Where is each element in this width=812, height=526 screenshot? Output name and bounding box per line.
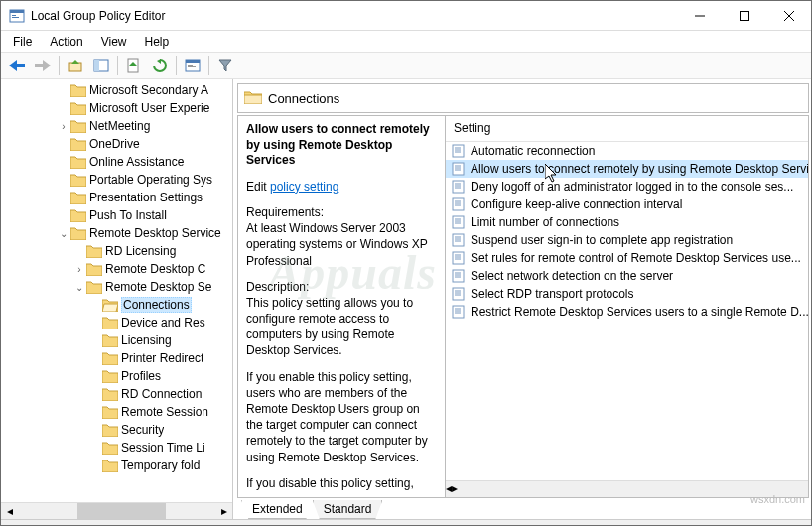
list-item[interactable]: Suspend user sign-in to complete app reg… — [446, 231, 808, 249]
policy-icon — [452, 197, 466, 211]
tree-item[interactable]: Connections — [3, 296, 232, 314]
scroll-right-icon[interactable]: ▸ — [215, 503, 232, 519]
list-item[interactable]: Select network detection on the server — [446, 267, 808, 285]
list-item[interactable]: Limit number of connections — [446, 213, 808, 231]
tree-item[interactable]: Online Assistance — [3, 153, 232, 171]
titlebar[interactable]: Local Group Policy Editor — [1, 1, 812, 31]
tree-item[interactable]: Profiles — [3, 367, 232, 385]
forward-button[interactable] — [31, 54, 55, 77]
list-item[interactable]: Restrict Remote Desktop Services users t… — [446, 303, 808, 321]
svg-marker-22 — [70, 85, 86, 97]
tree-item[interactable]: Microsoft Secondary A — [3, 81, 232, 99]
list-item[interactable]: Automatic reconnection — [446, 142, 808, 160]
tree-item[interactable]: OneDrive — [3, 135, 232, 153]
export-button[interactable] — [122, 54, 146, 77]
tree-item-label: Microsoft User Experie — [89, 101, 209, 115]
tree-hscrollbar[interactable]: ◂ ▸ — [1, 502, 232, 519]
scroll-right-icon[interactable]: ▸ — [452, 481, 458, 497]
svg-rect-59 — [453, 198, 464, 210]
svg-marker-37 — [102, 335, 118, 347]
right-pane: Connections Allow users to connect remot… — [233, 79, 812, 519]
svg-rect-19 — [188, 65, 193, 66]
svg-rect-5 — [740, 11, 748, 20]
tab-extended[interactable]: Extended — [241, 500, 314, 519]
svg-rect-2 — [12, 15, 16, 16]
svg-marker-27 — [70, 175, 86, 187]
tree-item[interactable]: Device and Res — [3, 314, 232, 331]
folder-icon — [86, 263, 102, 276]
expand-icon[interactable]: › — [72, 264, 86, 275]
menu-action[interactable]: Action — [42, 33, 90, 51]
svg-marker-42 — [102, 425, 118, 437]
filter-button[interactable] — [213, 54, 237, 77]
tree-item[interactable]: Temporary fold — [3, 457, 232, 474]
svg-marker-35 — [102, 304, 118, 312]
expand-icon[interactable]: › — [57, 121, 70, 132]
refresh-button[interactable] — [148, 54, 172, 77]
svg-rect-1 — [10, 10, 24, 13]
list-item[interactable]: Configure keep-alive connection interval — [446, 196, 808, 213]
menu-help[interactable]: Help — [137, 33, 178, 51]
up-button[interactable] — [64, 54, 87, 77]
tree-item[interactable]: ›Remote Desktop C — [3, 260, 232, 278]
tree-item[interactable]: Presentation Settings — [3, 189, 232, 206]
edit-prefix: Edit — [246, 180, 270, 194]
back-button[interactable] — [5, 54, 29, 77]
folder-icon — [86, 281, 102, 294]
folder-icon — [102, 460, 118, 472]
list-item[interactable]: Select RDP transport protocols — [446, 285, 808, 303]
tree-item[interactable]: Session Time Li — [3, 439, 232, 457]
list-item[interactable]: Deny logoff of an administrator logged i… — [446, 178, 808, 196]
tree-item[interactable]: Printer Redirect — [3, 349, 232, 367]
show-hide-tree-button[interactable] — [89, 54, 113, 77]
tree-item[interactable]: RD Connection — [3, 385, 232, 403]
list-item[interactable]: Allow users to connect remotely by using… — [446, 160, 808, 178]
tree-item[interactable]: Portable Operating Sys — [3, 171, 232, 189]
tree-item[interactable]: RD Licensing — [3, 242, 232, 260]
minimize-button[interactable] — [677, 1, 722, 30]
folder-icon — [70, 174, 86, 187]
svg-rect-63 — [453, 216, 464, 228]
svg-marker-44 — [102, 460, 118, 472]
list-item-label: Limit number of connections — [471, 215, 619, 229]
collapse-icon[interactable]: ⌄ — [72, 282, 86, 293]
list-item-label: Configure keep-alive connection interval — [471, 197, 682, 211]
tree-item[interactable]: Remote Session — [3, 403, 232, 421]
edit-policy-link[interactable]: policy setting — [270, 180, 338, 194]
tree-view[interactable]: Microsoft Secondary AMicrosoft User Expe… — [1, 79, 232, 502]
scroll-left-icon[interactable]: ◂ — [1, 503, 18, 519]
tree-item-label: Presentation Settings — [89, 191, 203, 204]
tree-item[interactable]: ›NetMeeting — [3, 117, 232, 135]
maximize-button[interactable] — [722, 1, 766, 30]
settings-list[interactable]: Automatic reconnectionAllow users to con… — [446, 142, 808, 480]
tree-item[interactable]: ⌄Remote Desktop Service — [3, 224, 232, 242]
tab-standard[interactable]: Standard — [313, 500, 383, 519]
tree-item[interactable]: Push To Install — [3, 206, 232, 224]
folder-icon — [102, 424, 118, 437]
menu-view[interactable]: View — [93, 33, 135, 51]
tree-item[interactable]: ⌄Remote Desktop Se — [3, 278, 232, 296]
svg-marker-16 — [157, 59, 161, 64]
list-column-header[interactable]: Setting — [446, 116, 808, 142]
svg-rect-10 — [69, 63, 81, 71]
tree-item[interactable]: Security — [3, 421, 232, 439]
svg-marker-8 — [9, 60, 25, 71]
collapse-icon[interactable]: ⌄ — [57, 228, 70, 239]
breadcrumb: Connections — [237, 83, 809, 113]
window-controls — [677, 1, 811, 30]
tree-item-label: OneDrive — [89, 137, 140, 151]
scroll-thumb[interactable] — [77, 503, 167, 519]
svg-rect-71 — [453, 252, 464, 264]
tree-item[interactable]: Microsoft User Experie — [3, 99, 232, 117]
tree-item[interactable]: Licensing — [3, 331, 232, 349]
properties-button[interactable] — [181, 54, 204, 77]
folder-icon — [70, 138, 86, 151]
svg-marker-31 — [86, 246, 102, 258]
tree-item-label: Session Time Li — [121, 441, 205, 455]
close-button[interactable] — [766, 1, 811, 30]
menu-file[interactable]: File — [5, 33, 40, 51]
policy-icon — [452, 215, 466, 229]
list-item[interactable]: Set rules for remote control of Remote D… — [446, 249, 808, 267]
tree-pane: Microsoft Secondary AMicrosoft User Expe… — [1, 79, 233, 519]
tree-item-label: NetMeeting — [89, 119, 150, 133]
